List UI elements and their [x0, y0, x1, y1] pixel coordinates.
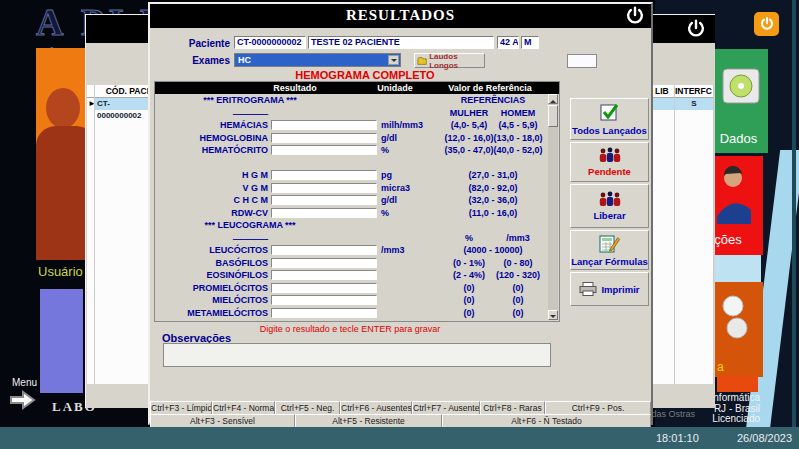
table-scrollbar[interactable]: [548, 94, 558, 320]
shortcut-ausentes[interactable]: Ctrl+F6 - Ausentes: [340, 401, 412, 414]
check-document-icon: [598, 103, 622, 123]
tile-orange[interactable]: a: [713, 282, 763, 377]
table-row-subhead: ---------------------%/mm3: [155, 232, 548, 245]
dialog-close-button[interactable]: [624, 5, 646, 27]
scroll-up-button[interactable]: [548, 94, 558, 104]
chevron-down-icon[interactable]: [388, 55, 399, 65]
shortcut-ntestado[interactable]: Alt+F6 - Ñ Testado: [442, 414, 651, 427]
result-input[interactable]: [271, 145, 377, 155]
result-input[interactable]: [271, 170, 377, 180]
table-row: V G Mmicra3(82,0 - 92,0): [155, 182, 548, 195]
background-window-close-button[interactable]: [685, 18, 707, 40]
selected-row-interfc-cell[interactable]: S: [675, 98, 713, 110]
menu-arrow-icon[interactable]: [8, 389, 38, 411]
clock-date: 26/08/2023: [737, 432, 792, 444]
menu-label: Menu: [12, 377, 37, 388]
table-row-subhead: ---------------------MULHERHOMEM: [155, 107, 548, 120]
tile-acoes-label: ações: [713, 232, 742, 247]
shortcut-raras[interactable]: Ctrl+F8 - Raras: [480, 401, 545, 414]
result-input[interactable]: [271, 258, 377, 268]
lancar-formulas-label: Lançar Fórmulas: [571, 256, 648, 267]
person-head-shape: [46, 88, 80, 128]
brand-logo-block: [717, 376, 758, 392]
people-icon: [597, 191, 623, 208]
tile-dados[interactable]: Dados: [713, 49, 768, 153]
desktop-edge-strip: [792, 0, 796, 430]
shortcut-sensivel[interactable]: Alt+F3 - Sensível: [150, 414, 295, 427]
patient-name-field[interactable]: TESTE 02 PACIENTE: [308, 36, 494, 49]
pendente-label: Pendente: [588, 166, 631, 177]
scroll-down-button[interactable]: [548, 310, 558, 320]
calculator-pencil-icon: [598, 234, 622, 254]
spheres-icon: [717, 292, 757, 348]
helper-text: Digite o resultado e tecle ENTER para gr…: [190, 324, 510, 334]
dialog-title: RESULTADOS: [150, 7, 651, 24]
liberar-label: Liberar: [593, 210, 625, 221]
result-input[interactable]: [271, 283, 377, 293]
result-input[interactable]: [271, 183, 377, 193]
tile-gap-graphic: [713, 255, 761, 282]
patient-label: Paciente: [160, 38, 230, 49]
header-resultado: Resultado: [245, 82, 345, 94]
column-header-lib[interactable]: LIB: [655, 85, 673, 97]
patient-sex-field[interactable]: M: [521, 36, 539, 49]
table-row-section: *** LEUCOGRAMA ***: [155, 219, 548, 232]
result-input[interactable]: [271, 270, 377, 280]
results-table: Resultado Unidade Valor de Referência **…: [154, 81, 560, 322]
pendente-button[interactable]: Pendente: [570, 142, 649, 182]
table-row: H G Mpg(27,0 - 31,0): [155, 169, 548, 182]
shortcut-pos[interactable]: Ctrl+F9 - Pos.: [545, 401, 651, 414]
result-input[interactable]: [271, 120, 377, 130]
folder-icon: [417, 56, 427, 66]
brand-line-3: Licenciado: [688, 414, 760, 425]
shortcut-limpido[interactable]: Ctrl+F3 - Límpido: [150, 401, 212, 414]
exams-select[interactable]: HC: [234, 53, 401, 67]
tile-dados-label: Dados: [713, 131, 764, 146]
result-input[interactable]: [271, 308, 377, 318]
lancar-formulas-button[interactable]: Lançar Fórmulas: [570, 230, 649, 270]
imprimir-label: Imprimir: [601, 284, 639, 295]
observacoes-textarea[interactable]: [163, 343, 551, 367]
power-icon: [685, 18, 707, 40]
table-row: HEMÁCIASmilh/mm3(4,0- 5,4)(4,5 - 5,9): [155, 119, 548, 132]
header-referencia: Valor de Referência: [425, 82, 555, 94]
column-header-interfc[interactable]: INTERFC: [675, 85, 713, 97]
patient-age-field[interactable]: 42 A: [497, 36, 519, 49]
tile-acoes[interactable]: ações: [713, 156, 763, 255]
column-header-cod-paciente[interactable]: CÓD. PACI: [95, 85, 149, 97]
exams-selected-value: HC: [238, 55, 251, 65]
purple-tile[interactable]: [40, 289, 83, 393]
selected-row-lib-cell[interactable]: [652, 98, 674, 110]
patient-code-field[interactable]: CT-0000000002: [234, 36, 306, 49]
result-input[interactable]: [271, 208, 377, 218]
disk-icon: [719, 67, 763, 107]
printer-icon: [579, 282, 597, 296]
shortcut-neg[interactable]: Ctrl+F5 - Neg.: [275, 401, 340, 414]
person-body-shape: [36, 126, 85, 260]
liberar-button[interactable]: Liberar: [570, 184, 649, 228]
todos-lancados-button[interactable]: Todos Lançados: [570, 98, 649, 140]
people-icon: [597, 147, 623, 164]
tile-orange-label: a: [717, 360, 724, 374]
dialog-titlebar: RESULTADOS: [150, 4, 651, 28]
desktop: A PLUS Sistem Usuário Menu LABO Dados aç…: [0, 0, 799, 449]
aux-input[interactable]: [567, 54, 597, 68]
shortcut-resistente[interactable]: Alt+F5 - Resistente: [295, 414, 442, 427]
shortcut-normal[interactable]: Ctrl+F4 - Normal: [212, 401, 275, 414]
table-row: METAMIELÓCITOS(0)(0): [155, 307, 548, 320]
shortcut-ausente[interactable]: Ctrl+F7 - Ausente: [412, 401, 480, 414]
imprimir-button[interactable]: Imprimir: [570, 272, 649, 306]
resultados-dialog: RESULTADOS Paciente CT-0000000002 TESTE …: [148, 2, 653, 425]
result-input[interactable]: [271, 133, 377, 143]
table-row: HEMOGLOBINAg/dl(12,0 - 16,0)(13,0 - 18,0…: [155, 132, 548, 145]
result-input[interactable]: [271, 245, 377, 255]
result-input[interactable]: [271, 195, 377, 205]
laudos-longos-button[interactable]: Laudos Longos: [414, 53, 485, 68]
scroll-thumb[interactable]: [548, 105, 558, 127]
usuario-label: Usuário: [38, 264, 83, 279]
table-row: RDW-CV%(11,0 - 16,0): [155, 207, 548, 220]
selected-row-code-cell[interactable]: CT-0000000002: [95, 98, 150, 110]
table-row-blank: [155, 157, 548, 170]
desktop-power-button[interactable]: [754, 12, 779, 36]
result-input[interactable]: [271, 295, 377, 305]
